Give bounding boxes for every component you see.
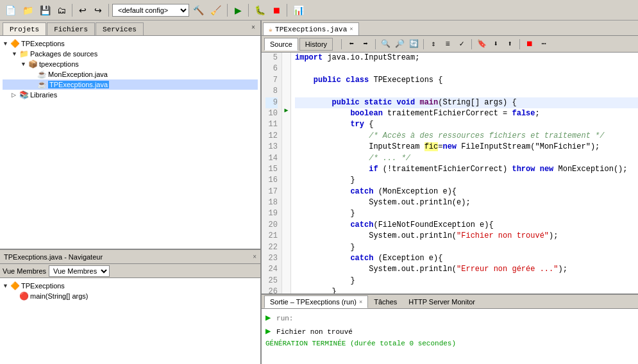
code-line: /* ... */ bbox=[295, 153, 638, 164]
forward-btn[interactable]: ➡ bbox=[359, 38, 372, 51]
build-btn[interactable]: 🔨 bbox=[190, 3, 206, 17]
output-tab-close-icon[interactable]: × bbox=[359, 299, 362, 305]
prev-bookmark-btn[interactable]: ⬆ bbox=[503, 38, 516, 51]
code-lines[interactable]: import java.io.InputStream; public class… bbox=[291, 53, 638, 294]
nav-tree-item-main[interactable]: 🔴 main(String[] args) bbox=[3, 291, 258, 301]
code-line: } bbox=[295, 175, 638, 186]
back-btn[interactable]: ⬅ bbox=[345, 38, 358, 51]
tree-toggle[interactable]: ▷ bbox=[12, 92, 18, 98]
undo-btn[interactable]: ↩ bbox=[76, 3, 90, 17]
tree-label-tpexecptions: TPExecptions.java bbox=[48, 81, 109, 88]
linenum: 22 bbox=[265, 242, 278, 253]
output-line-run: ▶ run: bbox=[265, 311, 634, 325]
output-tab-http[interactable]: HTTP Server Monitor bbox=[403, 295, 481, 308]
gutter-cell bbox=[282, 214, 290, 228]
linenum: 7 bbox=[265, 75, 278, 86]
code-tabs-bar: ☕ TPExecptions.java × bbox=[262, 21, 638, 36]
tree-item-monexception[interactable]: ☕ MonException.java bbox=[3, 69, 258, 79]
linenum: 23 bbox=[265, 253, 278, 264]
toggle-btn[interactable]: ⇕ bbox=[427, 38, 440, 51]
next-bookmark-btn[interactable]: ⬇ bbox=[489, 38, 502, 51]
source-history-tabs: Source History ⬅ ➡ 🔍 🔎 🔄 ⇕ ≡ ✓ 🔖 ⬇ ⬆ bbox=[262, 36, 638, 53]
linenum: 14 bbox=[265, 153, 278, 164]
nav-tree-item-root[interactable]: ▼ 🔶 TPExecptions bbox=[3, 281, 258, 291]
check-btn[interactable]: ✓ bbox=[455, 38, 468, 51]
config-dropdown[interactable]: <default config> bbox=[112, 4, 189, 17]
main-layout: Projets Fichiers Services × ▼ bbox=[0, 21, 638, 364]
output-text-fichier: Fichier non trouvé bbox=[276, 328, 353, 336]
tree-item-packages[interactable]: ▼ 📁 Packages de sources bbox=[3, 49, 258, 59]
save-all-btn[interactable]: 🗂 bbox=[55, 3, 69, 17]
diff-btn[interactable]: ≡ bbox=[441, 38, 454, 51]
more-btn[interactable]: ⋯ bbox=[537, 38, 550, 51]
code-line: } bbox=[295, 208, 638, 219]
right-panel: ☕ TPExecptions.java × Source History ⬅ ➡… bbox=[262, 21, 638, 364]
output-tab-sortie[interactable]: Sortie – TPExecptions (run) × bbox=[264, 295, 368, 308]
code-line: catch(FileNotFoundException e){ bbox=[295, 220, 638, 231]
gutter-cell bbox=[282, 228, 290, 241]
sep3 bbox=[227, 4, 228, 17]
left-panel: Projets Fichiers Services × ▼ bbox=[0, 21, 262, 364]
stop-btn[interactable]: ⏹ bbox=[269, 3, 283, 17]
gutter-cell bbox=[282, 79, 290, 93]
tree-item-tpexecptions[interactable]: ☕ TPExecptions.java bbox=[3, 79, 258, 90]
linenum: 19 bbox=[265, 208, 278, 219]
tree-toggle[interactable]: ▼ bbox=[3, 40, 9, 47]
view-members-select[interactable]: Vue Membres bbox=[49, 265, 110, 277]
code-line: /* Accès à des ressources fichiers et tr… bbox=[295, 131, 638, 142]
tree-toggle[interactable]: ▼ bbox=[12, 51, 18, 57]
tab-services[interactable]: Services bbox=[96, 22, 144, 35]
tab-projets[interactable]: Projets bbox=[3, 22, 46, 35]
sep5 bbox=[287, 4, 287, 17]
gutter-breakpoint: ▶ bbox=[282, 106, 290, 120]
view-members-label: Vue Membres bbox=[3, 267, 46, 275]
debug-btn[interactable]: 🐛 bbox=[252, 3, 268, 17]
output-tab-taches[interactable]: Tâches bbox=[368, 295, 403, 308]
gutter-cell bbox=[282, 241, 290, 254]
nav-toggle[interactable]: ▼ bbox=[3, 283, 9, 289]
open-file-btn[interactable]: 📁 bbox=[20, 3, 36, 17]
code-line: } bbox=[295, 242, 638, 253]
output-tabs-bar: Sortie – TPExecptions (run) × Tâches HTT… bbox=[262, 295, 638, 309]
find-btn[interactable]: 🔎 bbox=[393, 38, 406, 51]
gutter-cell bbox=[282, 268, 290, 281]
stop-debug-btn[interactable]: ⏹ bbox=[523, 38, 536, 51]
profile-btn[interactable]: 📊 bbox=[290, 3, 306, 17]
run-btn[interactable]: ▶ bbox=[231, 3, 245, 17]
code-content-area[interactable]: 5 6 7 8 9 10 11 12 13 14 15 16 17 18 19 … bbox=[262, 53, 638, 294]
replace-btn[interactable]: 🔄 bbox=[407, 38, 420, 51]
tab-history[interactable]: History bbox=[299, 38, 333, 51]
output-tab-taches-label: Tâches bbox=[374, 298, 397, 306]
output-content: ▶ run: ▶ Fichier non trouvé GÉNÉRATION T… bbox=[262, 309, 638, 364]
tab-fichiers[interactable]: Fichiers bbox=[47, 22, 95, 35]
navigator-close[interactable]: × bbox=[253, 253, 256, 260]
library-icon: 📚 bbox=[19, 90, 29, 99]
output-text-success: GÉNÉRATION TERMINÉE (durée totale 0 seco… bbox=[265, 340, 456, 347]
nav-label-main: main(String[] args) bbox=[30, 292, 88, 300]
tree-toggle[interactable]: ▼ bbox=[21, 61, 27, 67]
toolbar: 📄 📁 💾 🗂 ↩ ↪ <default config> 🔨 🧹 ▶ 🐛 ⏹ 📊 bbox=[0, 0, 638, 21]
navigator-title: TPExecptions.java - Navigateur bbox=[4, 253, 103, 261]
tree-item-libraries[interactable]: ▷ 📚 Libraries bbox=[3, 90, 258, 100]
left-panel-close[interactable]: × bbox=[249, 24, 258, 31]
search-btn[interactable]: 🔍 bbox=[379, 38, 392, 51]
save-btn[interactable]: 💾 bbox=[37, 3, 53, 17]
tree-item-project[interactable]: ▼ 🔶 TPExecptions bbox=[3, 38, 258, 49]
bookmark-btn[interactable]: 🔖 bbox=[475, 38, 488, 51]
editor-toolbar: ⬅ ➡ 🔍 🔎 🔄 ⇕ ≡ ✓ 🔖 ⬇ ⬆ ⏹ ⋯ bbox=[339, 38, 550, 51]
clean-btn[interactable]: 🧹 bbox=[208, 3, 224, 17]
tree-item-package[interactable]: ▼ 📦 tpexecptions bbox=[3, 59, 258, 69]
tab-source[interactable]: Source bbox=[264, 38, 298, 51]
redo-btn[interactable]: ↪ bbox=[91, 3, 105, 17]
nav-project-icon: 🔶 bbox=[10, 281, 20, 290]
code-line: try { bbox=[295, 119, 638, 130]
code-tab-close[interactable]: × bbox=[349, 26, 353, 33]
code-line: catch (MonException e){ bbox=[295, 186, 638, 197]
new-file-btn[interactable]: 📄 bbox=[3, 3, 19, 17]
linenum: 18 bbox=[265, 197, 278, 208]
code-tab-tpexecptions[interactable]: ☕ TPExecptions.java × bbox=[263, 22, 359, 35]
view-members-bar: Vue Membres Vue Membres bbox=[0, 264, 260, 278]
code-line: System.out.println("Fichier non trouvé")… bbox=[295, 231, 638, 242]
code-line: import java.io.InputStream; bbox=[295, 53, 638, 63]
tree-view: ▼ 🔶 TPExecptions ▼ 📁 Packages de sources bbox=[0, 36, 260, 103]
